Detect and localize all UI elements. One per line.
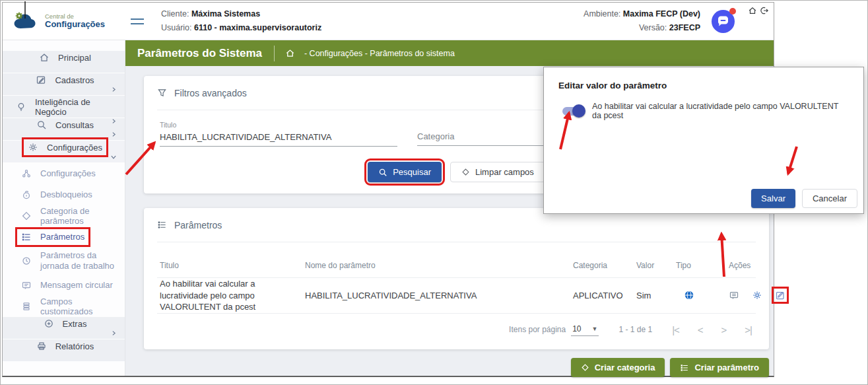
column-header-nome-do-parametro: Nome do parâmetro	[305, 261, 568, 270]
tag-icon	[21, 211, 32, 221]
clear-fields-button[interactable]: Limpar campos	[450, 162, 545, 182]
cell-nome: HABILITA_LUCRATIVIDADE_ALTERNATIVA	[305, 291, 568, 300]
breadcrumb-text: - Configurações - Parâmetros do sistema	[304, 49, 455, 58]
last-page-button[interactable]: >|	[745, 324, 752, 335]
category-placeholder: Categoria	[417, 131, 454, 141]
parameter-value-toggle[interactable]	[562, 107, 584, 116]
notification-dot	[729, 8, 736, 15]
sidebar-item-mensagem-circular[interactable]: Mensagem circular	[3, 275, 125, 295]
pagination: Itens por página 10 ▼ 1 - 1 de 1 |<<>>|	[157, 314, 756, 336]
sidebar-item-label: Consultas	[55, 120, 94, 130]
toggle-label: Ao habilitar vai calcular a lucratividad…	[592, 102, 849, 120]
top-header: Central de Configurações Cliente: Máxima…	[3, 3, 774, 40]
column-header-tipo: Tipo	[676, 261, 723, 270]
sidebar-item-principal[interactable]: Principal	[3, 51, 125, 73]
nodes-icon	[21, 168, 32, 179]
sidebar-item-label: Cadastros	[55, 75, 94, 85]
home-icon[interactable]	[748, 6, 757, 18]
title-field-label: Titulo	[160, 121, 397, 129]
app-logo[interactable]: Central de Configurações	[3, 11, 125, 32]
menu-toggle-icon[interactable]	[131, 15, 144, 28]
sidebar-item-label: Principal	[58, 53, 91, 63]
search-icon	[36, 120, 47, 130]
chevron-down-icon	[110, 154, 117, 160]
globe-icon	[676, 290, 702, 300]
stack-icon	[21, 301, 32, 312]
title-filter-field[interactable]: Titulo HABILITA_LUCRATIVIDADE_ALTERNATIV…	[160, 121, 397, 147]
table-heading: Parâmetros	[174, 220, 222, 230]
message-icon	[21, 280, 32, 291]
create-category-button[interactable]: Criar categoria	[571, 358, 665, 377]
chevron-right-icon	[111, 330, 117, 336]
parameters-card: Parâmetros TituloNome do parâmetroCatego…	[144, 208, 769, 349]
clock-icon	[21, 256, 32, 266]
environment-info: Ambiente: Maxima FECP (Dev) Versão: 23FE…	[584, 7, 700, 35]
filters-heading: Filtros avançados	[174, 88, 247, 98]
edit-action-icon[interactable]	[775, 290, 785, 300]
sidebar-nav: PrincipalCadastrosInteligência de Negóci…	[3, 40, 125, 376]
unlock-icon	[21, 190, 32, 200]
table-body: Ao habilitar vai calcular a lucratividad…	[157, 278, 756, 314]
previous-page-button[interactable]: <	[698, 324, 703, 335]
printer-icon	[36, 341, 47, 351]
chevron-right-icon	[111, 87, 117, 92]
sidebar-item-relatorios[interactable]: Relatórios	[3, 339, 125, 361]
sidebar-item-label: Configurações	[47, 143, 102, 153]
tag-icon	[581, 363, 589, 372]
next-page-button[interactable]: >	[721, 324, 727, 335]
title-filter-input[interactable]: HABILITA_LUCRATIVIDADE_ALTERNATIVA	[160, 130, 397, 147]
list-icon	[680, 363, 689, 372]
sidebar-item-configuracoes[interactable]: Configurações	[3, 141, 125, 162]
breadcrumb: - Configurações - Parâmetros do sistema	[285, 48, 455, 58]
sidebar-item-label: Inteligência de Negócio	[35, 97, 114, 117]
search-button[interactable]: Pesquisar	[368, 162, 442, 182]
category-filter-field[interactable]: Categoria ▾	[417, 121, 549, 147]
plus-icon	[44, 318, 54, 329]
breadcrumb-home-icon[interactable]	[285, 48, 295, 58]
sidebar-item-categoria-de-parametros[interactable]: Categoria de parâmetros	[3, 205, 125, 226]
column-header-titulo: Titulo	[160, 261, 300, 270]
sidebar-item-inteligencia-de-negocio[interactable]: Inteligência de Negócio	[3, 96, 125, 118]
gear-action-icon[interactable]	[752, 290, 762, 300]
logout-icon[interactable]	[759, 6, 768, 18]
sidebar-item-desbloqueios[interactable]: Desbloqueios	[3, 184, 125, 205]
sidebar-item-campos-customizados[interactable]: Campos customizados	[3, 296, 125, 316]
gear-icon	[28, 142, 38, 153]
sidebar-item-label: Parâmetros	[40, 232, 84, 242]
page-title-bar: Parâmetros do Sistema - Configurações - …	[125, 40, 774, 66]
sidebar-item-label: Relatórios	[55, 341, 94, 351]
category-select[interactable]: Categoria ▾	[417, 129, 549, 146]
table-row: Ao habilitar vai calcular a lucratividad…	[157, 278, 756, 314]
items-per-page-select[interactable]: 10 ▼	[571, 324, 599, 336]
bulb-icon	[16, 102, 26, 112]
sidebar-item-parametros[interactable]: Parâmetros	[3, 227, 125, 247]
cancel-button[interactable]: Cancelar	[802, 189, 857, 208]
edit-parameter-modal: Editar valor do parâmetro Ao habilitar v…	[543, 67, 864, 214]
sidebar-item-label: Configurações	[40, 168, 96, 178]
chat-widget-button[interactable]	[711, 9, 735, 34]
sidebar-item-cadastros[interactable]: Cadastros	[3, 73, 125, 95]
home-icon	[39, 52, 50, 63]
cell-valor: Sim	[636, 291, 671, 300]
column-header-valor: Valor	[636, 261, 671, 270]
logo-text: Central de Configurações	[45, 13, 105, 29]
screenshot-canvas: Central de Configurações Cliente: Máxima…	[0, 0, 868, 385]
sidebar-item-label: Desbloqueios	[40, 190, 92, 199]
comment-action-icon[interactable]	[729, 290, 739, 300]
modal-title: Editar valor do parâmetro	[558, 81, 849, 90]
sidebar-item-configuracoes[interactable]: Configurações	[3, 163, 125, 184]
list-icon	[21, 232, 32, 242]
sidebar-item-label: Categoria de parâmetros	[40, 206, 114, 226]
first-page-button[interactable]: |<	[672, 324, 679, 335]
clear-diamond-icon	[461, 168, 470, 176]
cell-categoria: APLICATIVO	[573, 291, 631, 300]
list-icon	[157, 220, 167, 230]
create-parameter-button[interactable]: Criar parâmetro	[670, 358, 769, 377]
save-button[interactable]: Salvar	[751, 189, 795, 208]
sidebar-item-parametros-da-jornada-de-trabalho[interactable]: Parâmetros da jornada de trabalho	[3, 248, 125, 274]
edit-icon	[36, 75, 46, 85]
search-icon	[378, 168, 387, 177]
sidebar-item-extras[interactable]: Extras	[3, 317, 125, 339]
sidebar-item-consultas[interactable]: Consultas	[3, 118, 125, 140]
chevron-down-icon: ▼	[592, 326, 598, 332]
